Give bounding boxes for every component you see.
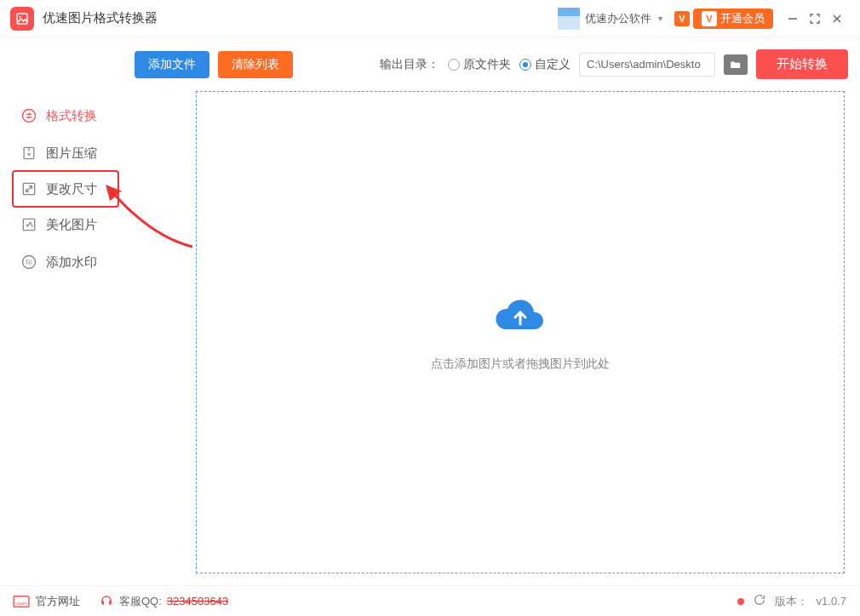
qq-number: 3234503643 [167,595,228,607]
beautify-icon [20,216,37,233]
cloud-upload-icon [493,294,548,338]
radio-off-icon [448,59,460,71]
svg-point-5 [23,110,36,123]
sidebar-item-label: 更改尺寸 [46,181,97,197]
start-convert-button[interactable]: 开始转换 [756,49,848,79]
output-group: 输出目录： 原文件夹 自定义 开始转换 [380,49,848,79]
dropzone-hint: 点击添加图片或者拖拽图片到此处 [431,356,610,372]
sidebar-item-compress[interactable]: 图片压缩 [0,134,128,172]
site-icon: .com [12,595,31,608]
dropzone[interactable]: 点击添加图片或者拖拽图片到此处 [196,91,845,573]
support-qq-link[interactable]: 客服QQ:3234503643 [99,594,228,609]
toolbar: 添加文件 清除列表 输出目录： 原文件夹 自定义 开始转换 [128,37,860,91]
version-label: 版本： [775,594,808,609]
vip-label: 开通会员 [720,11,765,26]
browse-folder-button[interactable] [724,54,748,75]
site-label: 官方网址 [36,594,80,609]
convert-icon [20,107,37,124]
chevron-down-icon: ▾ [658,14,662,23]
sidebar-item-beautify[interactable]: 美化图片 [0,206,128,243]
radio-label: 原文件夹 [463,57,511,72]
radio-custom-folder[interactable]: 自定义 [519,57,570,72]
radio-on-icon [519,59,531,71]
sidebar: 格式转换 图片压缩 更改尺寸 [0,37,128,585]
sidebar-item-label: 格式转换 [46,108,97,124]
clear-list-button[interactable]: 清除列表 [218,51,293,78]
sidebar-item-watermark[interactable]: 印 添加水印 [0,243,128,281]
app-title: 优速图片格式转换器 [43,10,158,26]
svg-point-1 [20,15,21,17]
sidebar-item-label: 美化图片 [46,217,97,233]
avatar-icon [558,8,580,30]
statusbar: .com 官方网址 客服QQ:3234503643 版本： v1.0.7 [0,585,860,616]
titlebar: 优速图片格式转换器 优速办公软件 ▾ V V 开通会员 [0,0,860,37]
app-logo-icon [10,7,34,31]
svg-text:.com: .com [15,599,26,605]
open-vip-button[interactable]: V 开通会员 [693,9,773,29]
main-area: 添加文件 清除列表 输出目录： 原文件夹 自定义 开始转换 [128,37,860,585]
resize-icon [20,180,37,197]
radio-same-folder[interactable]: 原文件夹 [448,57,511,72]
vip-badge-icon: V [674,11,690,26]
sidebar-item-label: 图片压缩 [46,145,97,162]
watermark-icon: 印 [20,254,37,271]
maximize-button[interactable] [804,8,826,30]
close-button[interactable] [826,8,848,30]
official-site-link[interactable]: .com 官方网址 [12,594,80,609]
sidebar-item-format-convert[interactable]: 格式转换 [0,97,128,134]
user-name: 优速办公软件 [585,11,651,26]
minimize-button[interactable] [782,8,804,30]
compress-icon [20,145,37,162]
output-label: 输出目录： [380,57,439,72]
sidebar-item-label: 添加水印 [46,254,97,271]
output-path-input[interactable] [579,53,715,77]
svg-text:印: 印 [26,259,32,266]
qq-label: 客服QQ: [119,594,162,609]
vip-inner-icon: V [702,11,717,26]
headset-icon [99,594,114,609]
radio-label: 自定义 [535,57,570,72]
add-file-button[interactable]: 添加文件 [135,51,209,78]
user-chip[interactable]: 优速办公软件 ▾ [558,8,662,30]
refresh-icon [753,593,766,607]
version-value: v1.0.7 [817,595,846,607]
update-dot-icon [737,598,744,605]
refresh-button[interactable] [753,593,766,609]
sidebar-item-resize[interactable]: 更改尺寸 [12,170,119,208]
